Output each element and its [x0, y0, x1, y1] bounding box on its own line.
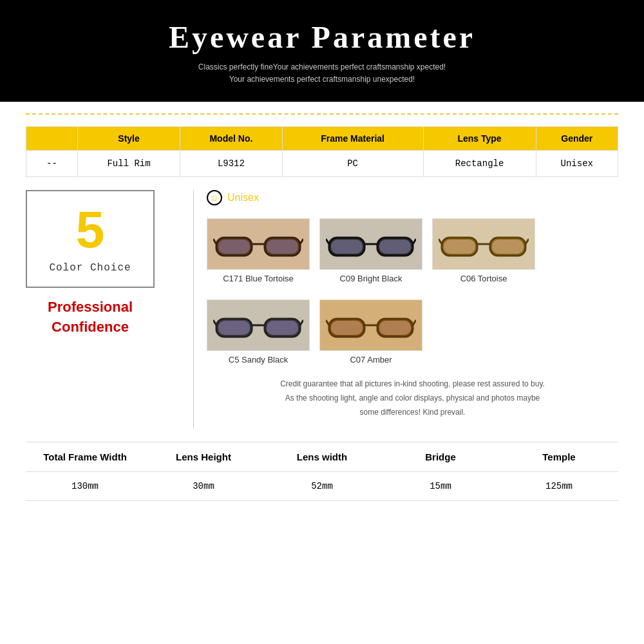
glasses-image-2	[319, 218, 422, 270]
svg-line-4	[300, 239, 303, 244]
glasses-item-5: C07 Amber	[319, 299, 422, 365]
svg-rect-20	[492, 240, 524, 254]
color-choice-box: 5 Color Choice	[26, 190, 155, 288]
page-title: Eyewear Parameter	[13, 19, 631, 55]
professional-confidence-text: Professional Confidence	[26, 298, 155, 337]
svg-rect-27	[267, 321, 298, 335]
color-choice-label: Color Choice	[40, 262, 140, 274]
svg-line-11	[413, 239, 416, 244]
disclaimer-text: Credit guarantee that all pictures in-ki…	[207, 377, 618, 419]
svg-rect-13	[379, 240, 411, 254]
person-icon: ☺	[207, 190, 222, 205]
col-header-lens: Lens Type	[423, 127, 536, 151]
glasses-label-3: C06 Tortoise	[432, 274, 535, 283]
glasses-item-2: C09 Bright Black	[319, 218, 422, 283]
glasses-label-2: C09 Bright Black	[319, 274, 422, 283]
left-panel: 5 Color Choice Professional Confidence	[26, 190, 180, 429]
meas-val-bridge: 15mm	[381, 472, 500, 500]
svg-rect-34	[379, 321, 411, 335]
meas-val-lens-height: 30mm	[144, 472, 263, 500]
meas-header-total-width: Total Frame Width	[26, 442, 144, 471]
svg-rect-12	[331, 240, 363, 254]
measurements-values: 130mm 30mm 52mm 15mm 125mm	[26, 472, 618, 500]
glasses-item-4: C5 Sandy Black	[207, 299, 310, 365]
subtitle-line2: Your achievements perfect craftsmanship …	[13, 73, 631, 86]
col-header-gender: Gender	[536, 127, 618, 151]
row-gender: Unisex	[536, 151, 618, 177]
glasses-image-4	[207, 299, 310, 351]
disclaimer-line1: Credit guarantee that all pictures in-ki…	[207, 377, 618, 392]
parameter-table: Style Model No. Frame Material Lens Type…	[26, 126, 618, 177]
dashed-divider	[26, 113, 618, 115]
row-col0: --	[26, 151, 78, 177]
meas-header-lens-height: Lens Height	[144, 442, 263, 471]
svg-line-25	[300, 320, 303, 325]
svg-rect-33	[331, 321, 363, 335]
glasses-label-4: C5 Sandy Black	[207, 355, 310, 365]
meas-val-temple: 125mm	[500, 472, 618, 500]
svg-line-24	[213, 320, 216, 325]
meas-header-lens-width: Lens width	[263, 442, 381, 471]
svg-line-10	[326, 239, 329, 244]
row-material: PC	[282, 151, 423, 177]
glasses-image-1	[207, 218, 310, 270]
meas-val-lens-width: 52mm	[263, 472, 381, 500]
glasses-label-5: C07 Amber	[319, 355, 422, 365]
measurements-header: Total Frame Width Lens Height Lens width…	[26, 442, 618, 472]
meas-header-temple: Temple	[500, 442, 618, 471]
svg-line-31	[326, 320, 329, 325]
professional-line1: Professional	[26, 298, 155, 317]
right-panel: ☺ Unisex C171 Blue Tortoi	[207, 190, 618, 429]
row-model: L9312	[180, 151, 283, 177]
glasses-grid-bottom: C5 Sandy Black C07 Amber	[207, 299, 618, 365]
svg-rect-6	[267, 240, 298, 254]
disclaimer-line2: As the shooting light, angle and color d…	[207, 392, 618, 406]
svg-rect-26	[218, 321, 250, 335]
col-header-model: Model No.	[180, 127, 283, 151]
page-header: Eyewear Parameter Classics perfectly fin…	[0, 0, 644, 102]
glasses-label-1: C171 Blue Tortoise	[207, 274, 310, 283]
svg-line-3	[213, 239, 216, 244]
svg-line-18	[526, 239, 529, 244]
row-style: Full Rim	[78, 151, 180, 177]
glasses-image-3	[432, 218, 535, 270]
meas-header-bridge: Bridge	[381, 442, 500, 471]
header-subtitle: Classics perfectly fineYour achievements…	[13, 61, 631, 86]
meas-val-total-width: 130mm	[26, 472, 144, 500]
row-lens: Rectangle	[423, 151, 536, 177]
svg-line-17	[439, 239, 442, 244]
unisex-text: Unisex	[227, 192, 259, 204]
unisex-label: ☺ Unisex	[207, 190, 618, 205]
subtitle-line1: Classics perfectly fineYour achievements…	[13, 61, 631, 73]
svg-rect-19	[444, 240, 475, 254]
glasses-item-1: C171 Blue Tortoise	[207, 218, 310, 283]
glasses-item-3: C06 Tortoise	[432, 218, 535, 283]
col-header-empty	[26, 127, 78, 151]
col-header-material: Frame Material	[282, 127, 423, 151]
measurements-section: Total Frame Width Lens Height Lens width…	[26, 442, 618, 501]
svg-rect-5	[218, 240, 250, 254]
glasses-image-5	[319, 299, 422, 351]
svg-line-32	[413, 320, 416, 325]
col-header-style: Style	[78, 127, 180, 151]
vertical-divider	[193, 190, 194, 429]
disclaimer-line3: some differences! Kind prevail.	[207, 406, 618, 420]
glasses-grid-top: C171 Blue Tortoise C09 Bright Black	[207, 218, 618, 283]
color-count: 5	[40, 204, 140, 256]
main-content: 5 Color Choice Professional Confidence ☺…	[26, 190, 618, 429]
professional-line2: Confidence	[26, 317, 155, 337]
